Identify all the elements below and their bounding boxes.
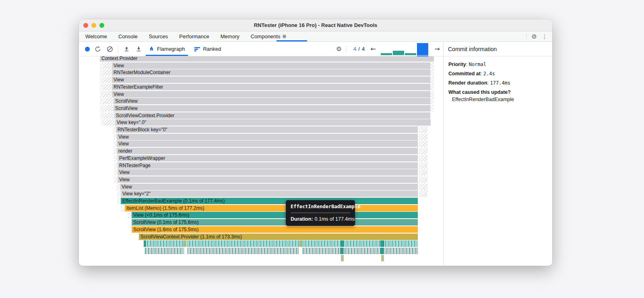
zoom-button[interactable] [99, 23, 104, 28]
hatch-right [419, 176, 427, 183]
flamegraph-chart: EffectInRenderBadExample Duration:0.1ms … [79, 56, 443, 265]
flame-bar[interactable]: ItemList (Memo) (1.5ms of 177.2ms) [125, 205, 418, 211]
tab-ranked[interactable]: Ranked [191, 42, 224, 56]
render-duration-row: Render duration: 177.4ms [448, 80, 547, 86]
hatch-right [419, 169, 427, 176]
flame-bar[interactable]: View key=".0" [115, 119, 431, 126]
hatch-right [430, 69, 434, 76]
flame-bar[interactable]: View [118, 169, 418, 176]
hatch-right [430, 98, 433, 104]
flame-bar-small[interactable] [381, 255, 384, 261]
devtools-tabbar: Welcome Console Sources Performance Memo… [79, 31, 552, 42]
tab-sources[interactable]: Sources [148, 31, 169, 41]
flame-bar[interactable]: RNTesterExampleFilter [112, 84, 430, 90]
flame-bar[interactable]: ScrollView (1.6ms of 175.5ms) [132, 226, 418, 233]
flame-stripe-row[interactable] [145, 248, 418, 254]
flame-bar[interactable]: RNTesterPage [118, 162, 418, 169]
stripe-overlay [184, 240, 186, 247]
commit-info-panel: Commit information Priority: Normal Comm… [444, 42, 552, 265]
stripe-overlay [380, 240, 384, 247]
commit-bar[interactable] [381, 53, 392, 55]
hatch-left [114, 162, 117, 169]
hatch-right [430, 84, 434, 90]
hatch-left [100, 84, 111, 90]
hatch-right [419, 134, 427, 140]
profiler-toolbar: Flamegraph Ranked ⚙ 4 [79, 42, 443, 56]
tabbar-divider [526, 33, 527, 40]
hatch-left [128, 212, 131, 218]
flame-bar[interactable]: ScrollView (0.1ms of 175.6ms) [132, 219, 418, 226]
tab-console[interactable]: Console [118, 31, 138, 41]
load-profile-button[interactable] [122, 45, 130, 53]
tab-flamegraph[interactable]: Flamegraph [146, 42, 188, 56]
next-commit-button[interactable]: → [435, 45, 440, 53]
flame-bar[interactable]: View [117, 134, 418, 140]
record-button[interactable] [85, 47, 90, 52]
stripe-overlay [299, 248, 303, 254]
prev-commit-button[interactable]: ← [370, 45, 376, 53]
commit-bar[interactable] [417, 43, 428, 55]
profiler-settings-button[interactable]: ⚙ [336, 45, 342, 53]
flame-stripe-row[interactable] [144, 240, 418, 247]
flame-bar[interactable]: View [118, 176, 418, 183]
hatch-right [430, 62, 434, 69]
hatch-left [114, 169, 117, 176]
flame-bar[interactable]: ScrollViewContext.Provider [114, 112, 430, 119]
hatch-left [100, 91, 111, 97]
commit-bar[interactable] [405, 53, 416, 55]
tab-profiler-selected-underline[interactable] [277, 40, 307, 41]
flame-bar[interactable]: View key="2" [121, 190, 418, 197]
stripe-overlay [340, 248, 344, 254]
flame-bar[interactable]: View [117, 141, 418, 147]
tab-memory[interactable]: Memory [220, 31, 240, 41]
stripe-overlay [144, 240, 146, 247]
flame-bar[interactable]: ScrollView [114, 98, 430, 104]
hatch-left [114, 148, 116, 154]
more-menu-button[interactable]: ⋮ [542, 33, 547, 40]
flame-bar[interactable]: View [112, 62, 430, 69]
hatch-right [430, 77, 434, 83]
hatch-right [419, 148, 427, 154]
flame-bar[interactable]: ScrollView [114, 105, 430, 112]
minimize-button[interactable] [91, 23, 96, 28]
flame-bar-small[interactable] [341, 255, 344, 261]
flame-bar[interactable]: View (<0.1ms of 175.6ms) [132, 212, 418, 218]
flame-bar[interactable]: RNTesterBlock key="0" [116, 126, 418, 133]
commit-selector [381, 43, 428, 55]
flame-bar[interactable]: View [112, 77, 430, 83]
commit-current: 4 [353, 46, 356, 52]
flame-bar[interactable]: EffectInRenderBadExample (0.1ms of 177.4… [121, 198, 418, 204]
flame-bar[interactable]: RNTesterModuleContainer [112, 69, 430, 76]
hatch-left [117, 184, 120, 190]
ranked-bars-icon [194, 47, 200, 52]
flame-bar[interactable]: Context.Provider [100, 56, 434, 62]
hatch-left [118, 190, 120, 197]
hatch-left [100, 69, 111, 76]
hatch-right [419, 184, 427, 190]
settings-gear-button[interactable]: ⚙ [532, 33, 537, 40]
react-atom-icon [282, 34, 287, 39]
commit-bar[interactable] [393, 51, 404, 55]
tab-welcome[interactable]: Welcome [85, 31, 108, 41]
clear-profile-button[interactable] [106, 45, 114, 53]
hatch-right [430, 91, 434, 97]
reload-and-profile-button[interactable] [94, 45, 102, 53]
close-button[interactable] [83, 23, 88, 28]
flame-bar[interactable]: View [120, 184, 418, 190]
flame-bar[interactable]: View [112, 91, 430, 97]
tab-performance[interactable]: Performance [178, 31, 210, 41]
save-profile-button[interactable] [134, 45, 142, 53]
hatch-left [114, 155, 117, 161]
window-title: RNTester (iPhone 16 Pro) - React Native … [79, 22, 552, 28]
flame-bar[interactable]: render [117, 148, 418, 154]
commit-total: 4 [362, 46, 365, 52]
flame-bar[interactable]: PerfExampleWrapper [118, 155, 418, 161]
titlebar: RNTester (iPhone 16 Pro) - React Native … [79, 19, 552, 31]
flame-bar[interactable]: ScrollViewContext.Provider (1.1ms of 173… [139, 234, 418, 240]
update-cause-value[interactable]: EffectInRenderBadExample [448, 97, 547, 102]
hatch-right [419, 141, 427, 147]
stripe-overlay [340, 240, 344, 247]
commit-info-header: Commit information [444, 42, 552, 56]
toolbar-divider [346, 46, 346, 53]
hatch-right [419, 155, 427, 161]
